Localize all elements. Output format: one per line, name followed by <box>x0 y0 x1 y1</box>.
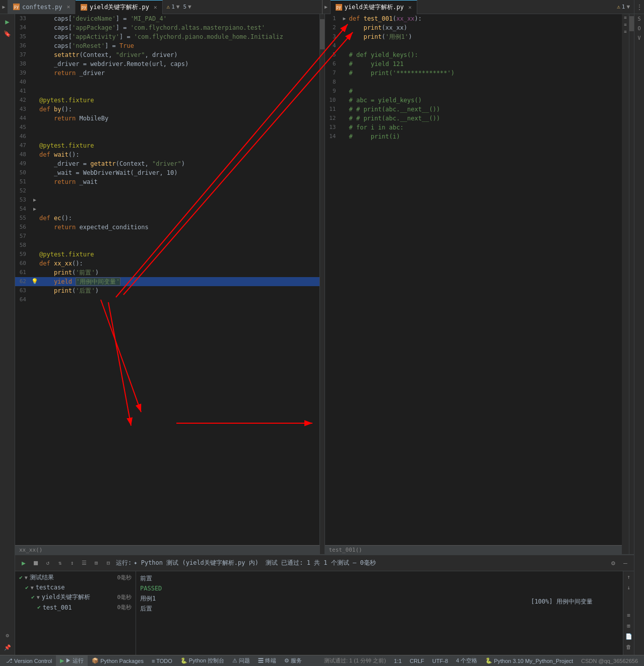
far-right-icon-1[interactable]: S <box>635 16 643 24</box>
status-problems[interactable]: ⚠ 问题 <box>228 655 254 667</box>
line-gutter-62-bulb[interactable]: 💡 <box>30 277 39 286</box>
status-spaces[interactable]: 4 个空格 <box>452 655 481 667</box>
line-gutter-54[interactable]: ▶ <box>30 205 39 214</box>
run-btn-stop[interactable]: ⏹ <box>31 559 40 568</box>
right-minimap-thumb[interactable] <box>629 16 634 31</box>
status-version-control[interactable]: ⎇ Version Control <box>2 655 56 667</box>
line-content-33: caps['deviceName'] = 'MI_PAD_4' <box>39 14 325 23</box>
right-chevron-down[interactable]: ▼ <box>626 4 630 10</box>
tab-yield-left-close[interactable]: ✕ <box>154 4 157 11</box>
run-side-icon-6[interactable]: 🗑 <box>624 642 633 651</box>
run-btn-sort-az[interactable]: ⇅ <box>55 559 65 568</box>
run-btn-sort-za[interactable]: ↕ <box>68 559 77 568</box>
tab-yield-right[interactable]: py yield关键字解析.py ✕ <box>331 0 417 14</box>
line-num-56: 56 <box>15 223 30 232</box>
code-line-42: 42 @pytest.fixture <box>15 96 325 105</box>
tree-label-testcase: testcase <box>36 584 132 591</box>
code-line-51: 51 return _wait <box>15 177 325 186</box>
run-tree-item-testcase[interactable]: ✔ ▼ testcase <box>15 583 136 592</box>
right-minimap[interactable] <box>629 14 634 554</box>
r-line-num-7: 7 <box>325 69 340 78</box>
r-line-num-1: 1 <box>325 14 340 23</box>
status-position[interactable]: 1:1 <box>390 655 406 667</box>
status-terminal[interactable]: ☰ 终端 <box>254 655 280 667</box>
run-side-icon-3[interactable]: ≡ <box>624 611 633 620</box>
run-tree-item-yield[interactable]: ✔ ▼ yield关键字解析 0毫秒 <box>15 592 136 603</box>
tree-expand-testcase[interactable]: ▼ <box>31 585 34 590</box>
run-btn-collapse[interactable]: ⊟ <box>104 559 113 568</box>
line-num-44: 44 <box>15 114 30 123</box>
more-tabs-btn[interactable]: ⋮ <box>634 0 644 14</box>
status-console-label: Python 控制台 <box>189 657 224 664</box>
run-tree-item-results[interactable]: ✔ ▼ 测试结果 0毫秒 <box>15 572 136 583</box>
run-btn-filter[interactable]: ☰ <box>80 559 89 568</box>
r-line-content-1: def test_001(xx_xx): <box>349 14 634 23</box>
code-line-37: 37 setattr(Context, "driver", driver) <box>15 50 325 59</box>
tab-conftest-close[interactable]: ✕ <box>67 4 70 10</box>
tree-expand-yield[interactable]: ▼ <box>37 594 40 600</box>
sidebar-bottom-icon-2[interactable]: 📌 <box>2 642 13 653</box>
status-packages-label: Python Packages <box>100 658 144 664</box>
run-btn-play[interactable]: ▶ <box>19 559 28 568</box>
status-python-version[interactable]: 🐍 Python 3.10 My_Python_Project <box>481 655 577 667</box>
run-btn-expand[interactable]: ⊞ <box>92 559 101 568</box>
status-services[interactable]: ⚙ 服务 <box>280 655 306 667</box>
output-line-2: PASSED <box>140 583 619 593</box>
left-code-area[interactable]: 33 caps['deviceName'] = 'MI_PAD_4' 34 ca… <box>15 14 325 545</box>
r-line-content-2: print(xx_xx) <box>349 23 634 32</box>
tree-check-test001: ✔ <box>37 604 41 611</box>
sidebar-run-icon[interactable]: ▶ <box>2 16 13 27</box>
r-code-line-14: 14 # print(i) <box>325 132 634 141</box>
run-side-icon-5[interactable]: 📄 <box>624 632 633 641</box>
tab-yield-left-label: yield关键字解析.py <box>90 3 149 12</box>
status-todo[interactable]: ≡ TODO <box>148 655 176 667</box>
console-icon: 🐍 <box>180 657 187 664</box>
run-settings-icon[interactable]: ⚙ <box>609 559 618 568</box>
r-line-content-12: # # print(abc.__next__()) <box>349 114 634 123</box>
r-line-num-11: 11 <box>325 105 340 114</box>
code-line-55: 55 def ec(): <box>15 214 325 223</box>
run-close-icon[interactable]: — <box>621 559 630 568</box>
r-line-num-14: 14 <box>325 132 340 141</box>
code-line-58: 58 <box>15 241 325 250</box>
line-num-47: 47 <box>15 141 30 150</box>
chevron-down-icon-2[interactable]: ▼ <box>188 4 191 10</box>
status-crlf[interactable]: CRLF <box>406 655 428 667</box>
sidebar-bookmark-icon[interactable]: 🔖 <box>2 28 13 39</box>
right-icon-3[interactable]: ≡ <box>622 29 628 35</box>
run-side-down-icon[interactable]: ↓ <box>624 583 633 592</box>
right-icon-2[interactable]: ≡ <box>622 22 628 28</box>
line-num-48: 48 <box>15 150 30 159</box>
code-line-45: 45 <box>15 123 325 132</box>
tree-expand-results[interactable]: ▼ <box>25 575 28 580</box>
tab-yield-left[interactable]: py yield关键字解析.py ✕ <box>76 0 162 14</box>
code-line-40: 40 <box>15 78 325 87</box>
line-num-60: 60 <box>15 259 30 268</box>
status-run[interactable]: ▶ ▶ 运行 <box>56 655 88 667</box>
status-python-packages[interactable]: 📦 Python Packages <box>88 655 148 667</box>
far-right-icon-2[interactable]: O <box>635 26 643 34</box>
minimap-scroll-thumb[interactable] <box>320 19 325 49</box>
status-encoding[interactable]: UTF-8 <box>428 655 452 667</box>
far-right-icon-3[interactable]: V <box>635 35 643 43</box>
status-python-console[interactable]: 🐍 Python 控制台 <box>176 655 228 667</box>
line-gutter-53[interactable]: ▶ <box>30 195 39 205</box>
sidebar-bottom-icon-1[interactable]: ⚙ <box>2 630 13 641</box>
code-editors: 33 caps['deviceName'] = 'MI_PAD_4' 34 ca… <box>15 14 634 554</box>
tab-yield-right-close[interactable]: ✕ <box>408 4 412 11</box>
run-side-up-icon[interactable]: ↑ <box>624 572 633 581</box>
line-num-36: 36 <box>15 41 30 50</box>
right-code-area[interactable]: 1 ▶ def test_001(xx_xx): 2 print(xx_xx) <box>325 14 634 545</box>
run-side-icon-4[interactable]: ⊞ <box>624 621 633 630</box>
chevron-down-icon[interactable]: ▼ <box>176 4 180 10</box>
left-minimap[interactable] <box>319 14 325 554</box>
run-btn-rerun[interactable]: ↺ <box>43 559 52 568</box>
tab-markers-right: ▶ <box>323 0 331 14</box>
run-icon: ▶ <box>60 657 64 664</box>
r-line-num-12: 12 <box>325 114 340 123</box>
tab-conftest[interactable]: py conftest.py ✕ <box>8 0 76 14</box>
line-num-41: 41 <box>15 87 30 96</box>
r-code-line-4: 4 <box>325 41 634 50</box>
run-tree-item-test001[interactable]: ✔ test_001 0毫秒 <box>15 603 136 612</box>
right-icon-sonar[interactable]: ≡ <box>622 15 628 21</box>
